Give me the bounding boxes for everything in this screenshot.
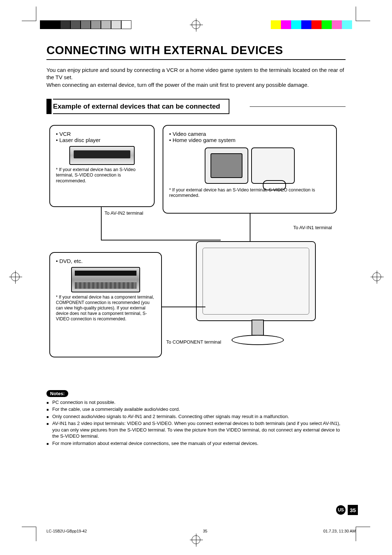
connection-diagram: VCRLaser disc player If your external de… bbox=[46, 125, 346, 379]
section-heading-label: Example of external devices that can be … bbox=[53, 99, 229, 114]
region-badge: US bbox=[336, 505, 346, 515]
note-item: For the cable, use a commercially availa… bbox=[46, 406, 346, 413]
device-list-item: Home video game system bbox=[169, 137, 330, 143]
game-console-icon bbox=[251, 147, 295, 184]
note-item: AV-IN1 has 2 video input terminals: VIDE… bbox=[46, 420, 346, 439]
note-item: For more information about external devi… bbox=[46, 440, 346, 447]
device-list-item: VCR bbox=[56, 131, 148, 137]
device-list-item: Laser disc player bbox=[56, 137, 148, 143]
tv-rear-illustration bbox=[192, 241, 322, 350]
device-list-item: Video camera bbox=[169, 131, 330, 137]
registration-mark-icon bbox=[11, 272, 20, 281]
registration-mark-icon bbox=[192, 535, 200, 544]
device-box-dvd: DVD, etc. If your external device has a … bbox=[49, 252, 162, 357]
registration-mark-icon bbox=[372, 272, 381, 281]
terminal-label-avin2: To AV-IN2 terminal bbox=[105, 210, 143, 216]
device-box-vcr: VCRLaser disc player If your external de… bbox=[49, 125, 155, 207]
video-camera-icon bbox=[205, 147, 248, 184]
page-title: CONNECTING WITH EXTERNAL DEVICES bbox=[46, 44, 346, 60]
registration-mark-icon bbox=[192, 20, 200, 29]
section-heading: Example of external devices that can be … bbox=[46, 99, 346, 114]
footer-timestamp: 01.7.23, 11:30 AM bbox=[323, 529, 356, 533]
notes-badge: Notes: bbox=[46, 390, 68, 397]
grayscale-bar bbox=[40, 20, 131, 29]
terminal-label-component: To COMPONENT terminal bbox=[166, 339, 221, 345]
page-number: 35 bbox=[348, 505, 358, 515]
doc-id: LC-15B2U-GBpp19-42 bbox=[46, 529, 87, 533]
vcr-icon bbox=[69, 146, 135, 165]
component-note: If your external device has a component … bbox=[56, 295, 155, 322]
dvd-player-icon bbox=[71, 267, 140, 292]
note-item: Only connect audio/video signals to AV-I… bbox=[46, 413, 346, 420]
color-bar bbox=[271, 20, 352, 29]
footer-metadata: LC-15B2U-GBpp19-42 35 01.7.23, 11:30 AM bbox=[46, 529, 356, 533]
device-list-item: DVD, etc. bbox=[56, 258, 155, 264]
page-number-badge: US 35 bbox=[336, 505, 358, 515]
note-item: PC connection is not possible. bbox=[46, 399, 346, 406]
device-box-camera-game: Video cameraHome video game system If yo… bbox=[163, 125, 337, 214]
svideo-note: If your external device has an S-Video t… bbox=[169, 187, 330, 199]
intro-text: You can enjoy picture and sound by conne… bbox=[46, 66, 346, 89]
notes-section: Notes: PC connection is not possible.For… bbox=[46, 390, 346, 447]
svideo-note: If your external device has an S-Video t… bbox=[56, 167, 148, 184]
footer-page: 35 bbox=[203, 529, 207, 533]
terminal-label-avin1: To AV-IN1 terminal bbox=[293, 225, 332, 230]
